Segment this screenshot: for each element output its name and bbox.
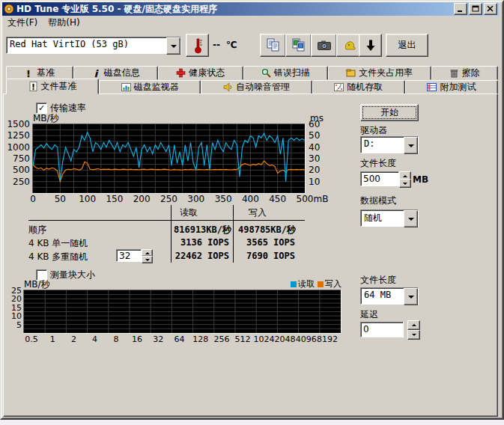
save-down-arrow-button[interactable] xyxy=(359,34,382,57)
chevron-down-icon[interactable] xyxy=(404,210,418,227)
chevron-down-icon[interactable] xyxy=(404,137,418,154)
svg-text:!: ! xyxy=(31,82,35,91)
file-length2-label: 文件长度 xyxy=(360,274,396,287)
x-tick-label: 256 xyxy=(213,334,229,344)
y-tick-label: 500 xyxy=(13,165,30,175)
file-length-stepper[interactable]: 500 xyxy=(360,171,410,186)
disk-monitor-icon xyxy=(121,82,131,92)
file-length-down-icon[interactable] xyxy=(399,179,411,188)
minimize-button[interactable] xyxy=(454,3,467,15)
x-tick-label: 400 xyxy=(242,194,259,204)
start-button[interactable]: 开始 xyxy=(360,104,419,121)
tab-label: 健康状态 xyxy=(189,67,225,79)
folder-usage-icon xyxy=(346,68,356,78)
y-tick-label: 750 xyxy=(13,153,30,164)
tab-extra-tests[interactable]: 附加测试 xyxy=(405,80,498,94)
file-length2-dropdown[interactable]: 64 MB xyxy=(360,287,419,305)
copy-text-icon xyxy=(266,38,281,52)
thermometer-icon xyxy=(192,37,204,54)
table-divider xyxy=(171,205,171,263)
table-divider xyxy=(233,205,234,263)
app-icon xyxy=(4,4,13,14)
drive-label: 驱动器 xyxy=(360,124,387,137)
table-row-write-value: 7690 IOPS xyxy=(238,251,295,261)
tab-label: 自动噪音管理 xyxy=(236,81,290,94)
y-tick-label: 1000 xyxy=(7,142,30,153)
table-row-read-value: 22462 IOPS xyxy=(174,251,229,261)
drive-select[interactable]: Red Hat VirtIO (53 gB) xyxy=(6,37,181,54)
drive-dropdown[interactable]: D: xyxy=(360,136,419,153)
copy-text-button[interactable] xyxy=(260,34,286,57)
screenshot-camera-button[interactable] xyxy=(311,34,337,57)
tab-folder-usage[interactable]: 文件夹占用率 xyxy=(328,66,431,80)
tab-disk-monitor[interactable]: 磁盘监视器 xyxy=(99,80,201,94)
table-row-label: 顺序 xyxy=(28,224,46,236)
maximize-button[interactable] xyxy=(469,3,482,15)
benchmark-exclamation-icon: ! xyxy=(24,68,34,78)
y-axis-title: MB/秒 xyxy=(24,279,50,290)
table-row-write-value: 3565 IOPS xyxy=(238,237,295,248)
start-button-label: 开始 xyxy=(380,106,398,119)
temperature-unit: ℃ xyxy=(226,40,237,50)
x-tick-label: 2 xyxy=(71,334,76,344)
x-tick-label: 1024 xyxy=(253,334,274,344)
delay-stepper[interactable]: 0 xyxy=(360,322,420,338)
tab-random-access[interactable]: 随机存取 xyxy=(312,80,405,94)
copy-image-icon xyxy=(291,38,306,52)
close-button[interactable] xyxy=(484,3,497,15)
menu-item-0[interactable]: 文件(F) xyxy=(2,16,43,30)
table-header-rule xyxy=(28,220,305,221)
tab-file-benchmark[interactable]: !文件基准 xyxy=(6,79,99,94)
screenshot-camera-icon xyxy=(317,38,332,52)
transfer-rate-chart-svg: MB/秒ms1500125010007505002506050403020100… xyxy=(0,114,352,207)
x-tick-label: 512 xyxy=(235,334,251,344)
x-tick-label: 100 xyxy=(79,194,96,204)
tab-label: 磁盘信息 xyxy=(104,67,140,79)
y2-tick-label: 30 xyxy=(309,153,320,164)
x-tick-label: 8 xyxy=(113,334,118,344)
x-tick-label: 500mB xyxy=(297,194,329,204)
write-column-header: 写入 xyxy=(249,207,267,219)
tab-erase-trash[interactable]: 擦除 xyxy=(431,66,499,80)
svg-text:i: i xyxy=(94,68,99,78)
read-column-header: 读取 xyxy=(180,207,198,219)
transfer-rate-checkbox[interactable]: ✓ xyxy=(36,103,47,114)
y2-tick-label: 50 xyxy=(309,130,320,141)
copy-image-button[interactable] xyxy=(285,34,312,57)
extra-tests-icon xyxy=(427,82,437,92)
x-tick-label: 16 xyxy=(132,334,142,344)
svg-text:!: ! xyxy=(26,68,31,78)
queue-depth-stepper[interactable]: 32 xyxy=(116,249,142,262)
tab-label: 附加测试 xyxy=(440,81,476,94)
delay-up-icon[interactable] xyxy=(407,320,420,330)
queue-depth-down-icon[interactable] xyxy=(142,256,153,263)
tab-aam-speaker[interactable]: 自动噪音管理 xyxy=(201,80,312,94)
x-tick-label: 64 xyxy=(174,334,185,344)
tab-label: 擦除 xyxy=(462,67,480,79)
x-tick-label: 32 xyxy=(153,334,163,344)
temperature-button[interactable] xyxy=(186,34,209,57)
delay-down-icon[interactable] xyxy=(407,330,420,340)
mascot-icon xyxy=(342,38,357,52)
exit-button[interactable]: 退出 xyxy=(386,34,428,57)
file-length-label: 文件长度 xyxy=(360,157,396,170)
tab-label: 基准 xyxy=(37,67,55,79)
health-cross-icon xyxy=(176,68,186,78)
disk-info-icon: i xyxy=(91,68,101,78)
x-tick-label: 350 xyxy=(215,194,232,204)
y-axis-title: MB/秒 xyxy=(33,114,59,123)
tab-row-2: !文件基准磁盘监视器自动噪音管理随机存取附加测试 xyxy=(6,80,498,94)
x-tick-label: 2048 xyxy=(275,334,296,344)
x-tick-label: 0.5 xyxy=(25,334,38,344)
chevron-down-icon[interactable] xyxy=(166,37,180,55)
y-tick-label: 1500 xyxy=(7,119,30,129)
data-pattern-dropdown[interactable]: 随机 xyxy=(360,210,419,227)
table-row-read-value: 3136 IOPS xyxy=(174,237,229,248)
chevron-down-icon[interactable] xyxy=(404,288,418,305)
tab-error-scan-magnifier[interactable]: 错误扫描 xyxy=(243,66,329,80)
menu-item-1[interactable]: 帮助(H) xyxy=(43,16,85,30)
tab-label: 磁盘监视器 xyxy=(134,81,179,94)
block-size-chart-svg: MB/秒2520151050.5124816326412825651210242… xyxy=(0,278,352,347)
screen: HD Tune 专业版 5.50 - 硬盘/固态硬盘实用程序 文件(F)帮助(H… xyxy=(0,0,504,425)
tab-health-cross[interactable]: 健康状态 xyxy=(158,66,243,80)
